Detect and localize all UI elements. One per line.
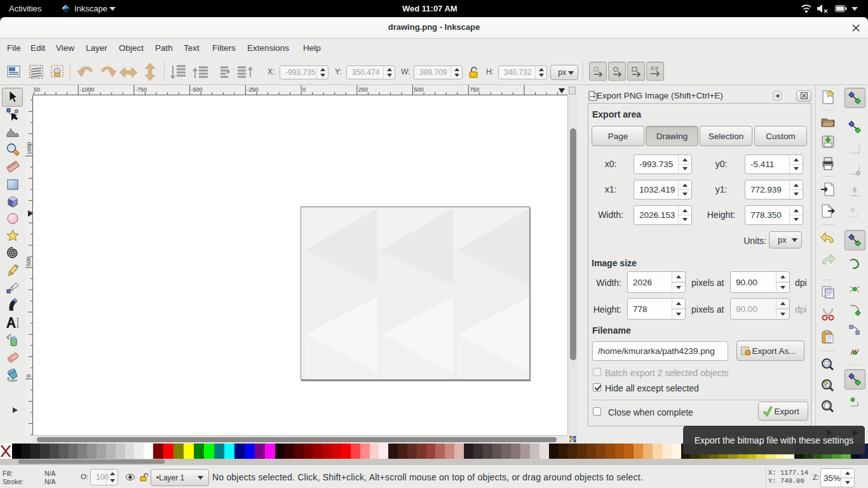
svg-text:50: 50 [34, 86, 40, 93]
svg-text:1000: 1000 [26, 142, 32, 154]
svg-text:250: 250 [358, 86, 368, 93]
svg-text:-500: -500 [191, 86, 203, 93]
svg-text:-250: -250 [247, 86, 258, 93]
svg-text:0: 0 [26, 374, 32, 377]
svg-text:-1000: -1000 [79, 86, 94, 93]
svg-text:0: 0 [302, 86, 306, 93]
svg-text:500: 500 [26, 257, 32, 266]
svg-text:750: 750 [470, 86, 479, 93]
svg-text:-750: -750 [135, 86, 147, 93]
svg-text:500: 500 [414, 86, 424, 93]
